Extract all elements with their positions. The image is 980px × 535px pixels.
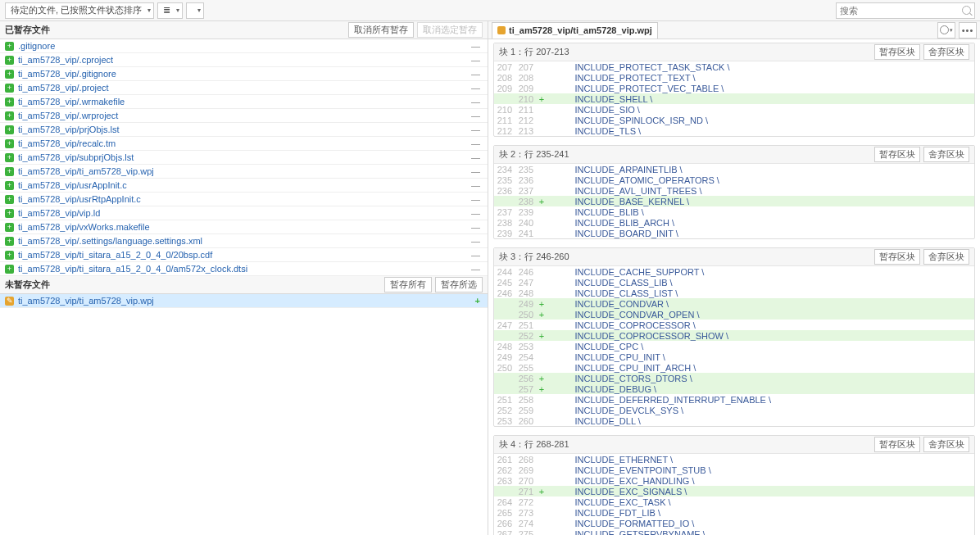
diff-line[interactable]: 207 207 INCLUDE_PROTECT_TASK_STACK \ xyxy=(494,61,974,72)
file-row[interactable]: + ti_am5728_vip/prjObjs.lst — xyxy=(0,123,488,137)
more-button[interactable] xyxy=(959,22,977,39)
unstage-file-button[interactable]: — xyxy=(469,180,483,190)
file-row[interactable]: + .gitignore — xyxy=(0,39,488,53)
diff-line[interactable]: 262 269 INCLUDE_EVENTPOINT_STUB \ xyxy=(494,465,974,475)
file-row[interactable]: + ti_am5728_vip/.cproject — xyxy=(0,53,488,67)
unstage-file-button[interactable]: — xyxy=(469,83,483,93)
file-row[interactable]: + ti_am5728_vip/.wrmakefile — xyxy=(0,95,488,109)
stage-hunk-button[interactable]: 暂存区块 xyxy=(874,147,920,162)
stage-file-button[interactable]: + xyxy=(473,296,483,306)
diff-line[interactable]: 252 + INCLUDE_COPROCESSOR_SHOW \ xyxy=(494,330,974,341)
file-row[interactable]: ✎ ti_am5728_vip/ti_am5728_vip.wpj + xyxy=(0,294,488,308)
unstage-file-button[interactable]: — xyxy=(469,222,483,232)
stage-hunk-button[interactable]: 暂存区块 xyxy=(874,249,920,265)
diff-line[interactable]: 271 + INCLUDE_EXC_SIGNALS \ xyxy=(494,486,974,496)
active-tab[interactable]: ti_am5728_vip/ti_am5728_vip.wpj xyxy=(492,22,658,39)
diff-line[interactable]: 256 + INCLUDE_CTORS_DTORS \ xyxy=(494,373,974,383)
unstage-file-button[interactable]: — xyxy=(469,264,483,274)
stage-hunk-button[interactable]: 暂存区块 xyxy=(874,437,920,452)
code-text: INCLUDE_CPU_INIT_ARCH \ xyxy=(547,363,974,373)
unstage-file-button[interactable]: — xyxy=(469,152,483,162)
unstage-selected-button[interactable]: 取消选定暂存 xyxy=(417,22,483,38)
diff-line[interactable]: 248 253 INCLUDE_CPC \ xyxy=(494,341,974,351)
code-text: INCLUDE_SHELL \ xyxy=(547,94,974,104)
new-line-number: 259 xyxy=(515,406,537,415)
sort-dropdown[interactable]: 待定的文件, 已按照文件状态排序 xyxy=(5,2,154,19)
diff-line[interactable]: 252 259 INCLUDE_DEVCLK_SYS \ xyxy=(494,405,974,415)
search-input[interactable] xyxy=(840,6,962,16)
diff-line[interactable]: 253 260 INCLUDE_DLL \ xyxy=(494,415,974,426)
diff-line[interactable]: 250 + INCLUDE_CONDVAR_OPEN \ xyxy=(494,309,974,320)
file-row[interactable]: + ti_am5728_vip/usrAppInit.c — xyxy=(0,179,488,193)
file-row[interactable]: + ti_am5728_vip/ti_sitara_a15_2_0_4_0/am… xyxy=(0,262,488,276)
search-box[interactable] xyxy=(836,2,975,19)
diff-line[interactable]: 236 237 INCLUDE_AVL_UINT_TREES \ xyxy=(494,185,974,196)
unstage-file-button[interactable]: — xyxy=(469,111,483,120)
diff-line[interactable]: 263 270 INCLUDE_EXC_HANDLING \ xyxy=(494,475,974,486)
discard-hunk-button[interactable]: 舍弃区块 xyxy=(923,437,969,452)
settings-button[interactable]: ▾ xyxy=(937,22,955,39)
unstage-file-button[interactable]: — xyxy=(469,55,483,65)
stage-hunk-button[interactable]: 暂存区块 xyxy=(874,44,920,60)
file-row[interactable]: + ti_am5728_vip/usrRtpAppInit.c — xyxy=(0,193,488,206)
unstage-file-button[interactable]: — xyxy=(469,97,483,107)
diff-line[interactable]: 251 258 INCLUDE_DEFERRED_INTERRUPT_ENABL… xyxy=(494,394,974,405)
file-row[interactable]: + ti_am5728_vip/.settings/language.setti… xyxy=(0,234,488,248)
unstage-file-button[interactable]: — xyxy=(469,166,483,176)
diff-line[interactable]: 266 274 INCLUDE_FORMATTED_IO \ xyxy=(494,518,974,528)
unstage-file-button[interactable]: — xyxy=(469,194,483,204)
diff-line[interactable]: 267 275 INCLUDE_GETSERVBYNAME \ xyxy=(494,528,974,535)
diff-line[interactable]: 261 268 INCLUDE_ETHERNET \ xyxy=(494,454,974,465)
view-mode-dropdown[interactable]: ≣ xyxy=(157,2,183,19)
diff-line[interactable]: 208 208 INCLUDE_PROTECT_TEXT \ xyxy=(494,72,974,83)
unstage-file-button[interactable]: — xyxy=(469,125,483,134)
diff-line[interactable]: 244 246 INCLUDE_CACHE_SUPPORT \ xyxy=(494,266,974,277)
diff-line[interactable]: 234 235 INCLUDE_ARPAINETLIB \ xyxy=(494,164,974,175)
file-row[interactable]: + ti_am5728_vip/.project — xyxy=(0,81,488,95)
hunk-body: 244 246 INCLUDE_CACHE_SUPPORT \245 247 I… xyxy=(494,266,974,426)
diff-line[interactable]: 211 212 INCLUDE_SPINLOCK_ISR_ND \ xyxy=(494,115,974,125)
file-row[interactable]: + ti_am5728_vip/.wrproject — xyxy=(0,109,488,123)
file-row[interactable]: + ti_am5728_vip/recalc.tm — xyxy=(0,137,488,151)
stage-all-button[interactable]: 暂存所有 xyxy=(384,277,432,292)
diff-line[interactable]: 249 254 INCLUDE_CPU_INIT \ xyxy=(494,351,974,362)
diff-line[interactable]: 249 + INCLUDE_CONDVAR \ xyxy=(494,298,974,309)
file-row[interactable]: + ti_am5728_vip/subprjObjs.lst — xyxy=(0,151,488,165)
diff-line[interactable]: 264 272 INCLUDE_EXC_TASK \ xyxy=(494,496,974,507)
unstage-file-button[interactable]: — xyxy=(469,69,483,79)
unstage-file-button[interactable]: — xyxy=(469,41,483,51)
diff-line[interactable]: 246 248 INCLUDE_CLASS_LIST \ xyxy=(494,288,974,298)
file-row[interactable]: + ti_am5728_vip/.gitignore — xyxy=(0,67,488,81)
new-line-number: 241 xyxy=(515,229,537,238)
discard-hunk-button[interactable]: 舍弃区块 xyxy=(923,44,969,60)
file-row[interactable]: + ti_am5728_vip/vip.ld — xyxy=(0,206,488,220)
new-line-number: 275 xyxy=(515,529,537,536)
unstage-file-button[interactable]: — xyxy=(469,250,483,260)
unstage-file-button[interactable]: — xyxy=(469,138,483,148)
diff-line[interactable]: 250 255 INCLUDE_CPU_INIT_ARCH \ xyxy=(494,362,974,373)
stage-selected-button[interactable]: 暂存所选 xyxy=(435,277,483,292)
diff-line[interactable]: 265 273 INCLUDE_FDT_LIB \ xyxy=(494,507,974,518)
diff-line[interactable]: 210 211 INCLUDE_SIO \ xyxy=(494,104,974,115)
diff-line[interactable]: 238 240 INCLUDE_BLIB_ARCH \ xyxy=(494,217,974,228)
diff-line[interactable]: 238 + INCLUDE_BASE_KERNEL \ xyxy=(494,196,974,206)
diff-line[interactable]: 237 239 INCLUDE_BLIB \ xyxy=(494,206,974,217)
diff-line[interactable]: 257 + INCLUDE_DEBUG \ xyxy=(494,383,974,394)
unstage-file-button[interactable]: — xyxy=(469,236,483,246)
file-row[interactable]: + ti_am5728_vip/ti_am5728_vip.wpj — xyxy=(0,165,488,179)
diff-line[interactable]: 209 209 INCLUDE_PROTECT_VEC_TABLE \ xyxy=(494,83,974,93)
unstage-all-button[interactable]: 取消所有暂存 xyxy=(348,22,414,38)
diff-line[interactable]: 210 + INCLUDE_SHELL \ xyxy=(494,93,974,104)
extra-dropdown[interactable] xyxy=(186,2,204,19)
discard-hunk-button[interactable]: 舍弃区块 xyxy=(923,249,969,265)
file-row[interactable]: + ti_am5728_vip/ti_sitara_a15_2_0_4_0/20… xyxy=(0,248,488,262)
diff-line[interactable]: 245 247 INCLUDE_CLASS_LIB \ xyxy=(494,277,974,288)
diff-line[interactable]: 239 241 INCLUDE_BOARD_INIT \ xyxy=(494,228,974,238)
diff-line[interactable]: 235 236 INCLUDE_ATOMIC_OPERATORS \ xyxy=(494,175,974,185)
unstage-file-button[interactable]: — xyxy=(469,208,483,218)
tab-bar: ti_am5728_vip/ti_am5728_vip.wpj ▾ xyxy=(488,21,980,39)
diff-line[interactable]: 212 213 INCLUDE_TLS \ xyxy=(494,125,974,136)
file-row[interactable]: + ti_am5728_vip/vxWorks.makefile — xyxy=(0,220,488,234)
diff-line[interactable]: 247 251 INCLUDE_COPROCESSOR \ xyxy=(494,320,974,330)
discard-hunk-button[interactable]: 舍弃区块 xyxy=(923,147,969,162)
